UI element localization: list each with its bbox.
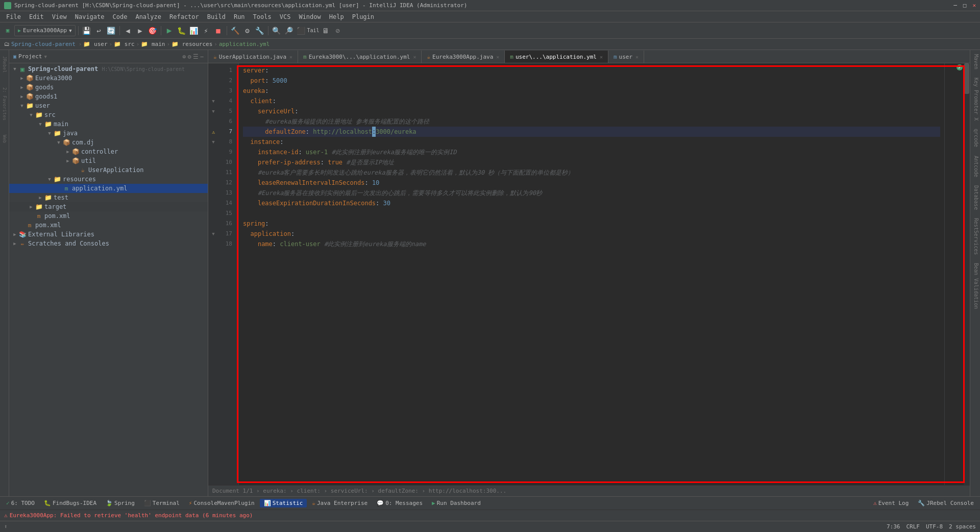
bottom-java-enterprise[interactable]: ☕ Java Enterprise [308,499,372,507]
tree-arrow-resources[interactable]: ▼ [46,176,53,183]
tree-arrow-controller[interactable]: ▶ [64,148,71,155]
tree-arrow-goods1[interactable]: ▶ [18,93,26,100]
bottom-terminal[interactable]: ⬛ Terminal [140,499,184,507]
tab-close-eureka3000app[interactable]: ✕ [496,54,499,60]
build3-btn[interactable]: 🔧 [254,25,265,36]
bottom-todo[interactable]: ✓ 6: TODO [2,499,39,507]
bottom-run-dashboard[interactable]: ▶ Run Dashboard [428,499,485,507]
tree-item-user[interactable]: ▼ 📁 user [9,101,208,110]
run-with-coverage-btn[interactable]: 📊 [188,25,200,36]
tree-item-util[interactable]: ▶ 📦 util [9,156,208,165]
minimize-btn[interactable]: ─ [953,2,957,9]
build-btn[interactable]: 🔨 [230,25,241,36]
tree-item-external-libs[interactable]: ▶ 📚 External Libraries [9,230,208,239]
minimize-panel-icon[interactable]: − [200,53,204,60]
tab-close-user-yml[interactable]: ✕ [600,54,603,60]
tree-arrow-scratches[interactable]: ▶ [11,240,18,247]
tab-user-module[interactable]: m user ✕ [608,51,644,63]
code-area[interactable]: server: port: 5000 eureka: client: servi… [239,63,944,485]
tab-eureka-yml[interactable]: m Eureka3000\...\application.yml ✕ [298,51,422,63]
panel-database[interactable]: Database [970,181,980,214]
locate-btn[interactable]: 🎯 [147,25,158,36]
breadcrumb-project[interactable]: 🗂 [4,41,10,47]
editor-content[interactable]: ▼ ▼ ⚠ ▼ ▼ 1 2 3 4 [208,63,970,485]
profile-btn[interactable]: ⚡ [201,25,212,36]
tree-item-controller[interactable]: ▶ 📦 controller [9,147,208,156]
menu-edit[interactable]: Edit [25,12,48,21]
menu-analyze[interactable]: Analyze [131,12,165,21]
bottom-statistic[interactable]: 📊 Statistic [260,499,307,507]
scrollbar-track[interactable] [964,63,970,485]
breadcrumb-src[interactable]: 📁 src [114,41,135,47]
settings-icon[interactable]: ⚙ [188,53,191,60]
menu-vcs[interactable]: VCS [276,12,295,21]
sync-btn[interactable]: 🔄 [106,25,117,36]
tree-item-src[interactable]: ▼ 📁 src [9,110,208,119]
close-btn[interactable]: ✕ [972,2,976,9]
tree-item-userapplication[interactable]: ▶ ☕ UserApplication [9,165,208,175]
tree-item-pom-root[interactable]: ▶ m pom.xml [9,221,208,230]
tree-arrow-user[interactable]: ▼ [18,102,26,109]
tree-item-scratches[interactable]: ▶ ✏ Scratches and Consoles [9,239,208,248]
tree-arrow-util[interactable]: ▶ [64,157,71,164]
run-btn[interactable]: ▶ [164,25,175,36]
panel-bean-validation[interactable]: Bean Validation [970,259,980,313]
tree-item-root[interactable]: ▼ ▣ Spring-cloud-parent H:\CSDN\Spring-c… [9,64,208,74]
menu-run[interactable]: Run [230,12,249,21]
maximize-btn[interactable]: □ [963,2,967,9]
menu-window[interactable]: Window [295,12,325,21]
tree-arrow-eureka3000[interactable]: ▶ [18,75,26,82]
line-ending[interactable]: CRLF [906,523,920,530]
bottom-messages[interactable]: 💬 0: Messages [373,499,427,507]
indent[interactable]: 2 spaces [949,523,976,530]
tree-item-pom-user[interactable]: ▶ m pom.xml [9,211,208,221]
panel-maven[interactable]: Maven [970,50,980,74]
tree-item-application-yml[interactable]: ▶ m application.yml [9,184,208,193]
bottom-event-log[interactable]: ⚠ Event Log [869,499,913,507]
layout-icon[interactable]: ☰ [193,53,199,60]
tree-arrow-goods[interactable]: ▶ [18,84,26,91]
terminal-btn[interactable]: ⬛ [296,25,307,36]
back-btn[interactable]: ◀ [122,25,134,36]
tree-item-comdj[interactable]: ▼ 📦 com.dj [9,138,208,147]
panel-restservices[interactable]: RestServices [970,214,980,259]
bottom-consolemaven[interactable]: ⚡ ConsoleMavenPlugin [185,499,259,507]
tree-item-eureka3000[interactable]: ▶ 📦 Eureka3000 [9,74,208,83]
menu-code[interactable]: Code [109,12,132,21]
menu-tools[interactable]: Tools [249,12,276,21]
menu-build[interactable]: Build [203,12,230,21]
menu-navigate[interactable]: Navigate [71,12,109,21]
menu-plugin[interactable]: Plugin [348,12,378,21]
scrollbar-thumb[interactable] [964,63,969,94]
tree-item-test[interactable]: ▶ 📁 test [9,193,208,202]
breadcrumb-user[interactable]: 📁 user [83,41,107,47]
run-config-dropdown[interactable]: ▶ Eureka3000App ▼ [14,25,76,36]
tab-close-userapplication[interactable]: ✕ [289,54,292,60]
save-all-btn[interactable]: 💾 [81,25,92,36]
tree-arrow-java[interactable]: ▼ [46,130,53,137]
search-btn[interactable]: 🔍 [271,25,282,36]
breadcrumb-spring-cloud[interactable]: Spring-cloud-parent [11,41,76,47]
breadcrumb-resources[interactable]: 📁 resources [172,41,212,47]
tab-user-yml[interactable]: m user\...\application.yml ✕ [505,51,608,63]
menu-help[interactable]: Help [325,12,348,21]
tree-arrow-main[interactable]: ▼ [37,120,44,128]
menu-view[interactable]: View [48,12,71,21]
tree-item-goods1[interactable]: ▶ 📦 goods1 [9,92,208,101]
revert-btn[interactable]: ↩ [93,25,105,36]
build2-btn[interactable]: ⚙ [242,25,253,36]
tree-item-target[interactable]: ▶ 📁 target [9,202,208,211]
tree-arrow-ext-libs[interactable]: ▶ [11,231,18,238]
tree-item-goods[interactable]: ▶ 📦 goods [9,83,208,92]
bottom-jrebel-console[interactable]: 🔧 JRebel Console [914,499,978,507]
breadcrumb-main[interactable]: 📁 main [141,41,165,47]
tab-userapplication[interactable]: ☕ UserApplication.java ✕ [208,51,298,63]
tree-item-java[interactable]: ▼ 📁 java [9,129,208,138]
tail-btn[interactable]: Tail [308,25,319,36]
favorites-icon[interactable]: 2: Favorites [1,85,8,123]
tree-arrow-src[interactable]: ▼ [28,111,35,118]
tree-arrow-target[interactable]: ▶ [28,203,35,210]
menu-refactor[interactable]: Refactor [165,12,203,21]
cursor-position[interactable]: 7:36 [887,523,900,530]
panel-antcode[interactable]: Antcode [970,152,980,181]
